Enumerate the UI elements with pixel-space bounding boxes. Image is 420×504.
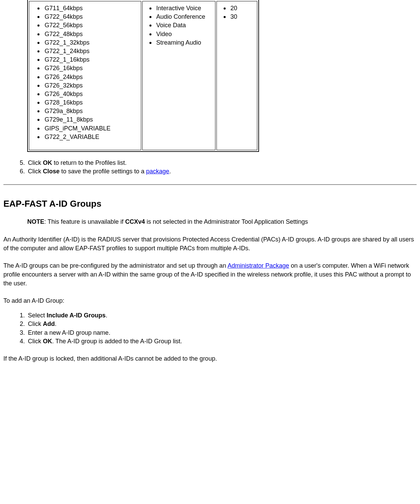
codec-item-8: G726_24kbps [33, 73, 135, 81]
add-step-1: Select Include A-ID Groups. [27, 311, 417, 320]
codec-item-13: G729e_11_8kbps [33, 115, 135, 124]
paragraph-aid-preconfig: The A-ID groups can be pre-configured by… [3, 261, 417, 288]
paragraph-locked: If the A-ID group is locked, then additi… [3, 354, 417, 363]
category-item-3: Video [146, 30, 209, 38]
category-item-1: Audio Conference [146, 13, 209, 21]
add-aid-steps: Select Include A-ID Groups. Click Add. E… [3, 311, 417, 346]
codec-item-14: GIPS_iPCM_VARIABLE [33, 124, 135, 133]
category-item-2: Voice Data [146, 21, 209, 30]
value-item-0: 20 [220, 4, 251, 13]
category-item-0: Interactive Voice [146, 4, 209, 13]
admin-package-link[interactable]: Administrator Package [227, 262, 289, 269]
codec-item-11: G728_16kbps [33, 98, 135, 107]
add-step-2: Click Add. [27, 320, 417, 328]
codec-table: G711_64kbpsG722_64kbpsG722_56kbpsG722_48… [27, 0, 259, 152]
codec-item-3: G722_48kbps [33, 30, 135, 38]
step-6: Click Close to save the profile settings… [27, 167, 417, 176]
codec-item-10: G726_40kbps [33, 90, 135, 98]
note-block: NOTE: This feature is unavailable if CCX… [27, 218, 338, 226]
add-step-3: Enter a new A-ID group name. [27, 329, 417, 337]
codec-item-12: G729a_8kbps [33, 107, 135, 115]
codec-item-15: G722_2_VARIABLE [33, 133, 135, 141]
codec-item-2: G722_56kbps [33, 21, 135, 30]
category-item-4: Streaming Audio [146, 38, 209, 47]
codec-item-6: G722_1_16kbps [33, 56, 135, 64]
paragraph-aid-intro: An Authority Identifier (A-ID) is the RA… [3, 235, 417, 253]
package-link[interactable]: package [146, 168, 169, 175]
paragraph-add-aid: To add an A-ID Group: [3, 296, 417, 305]
codec-column: G711_64kbpsG722_64kbpsG722_56kbpsG722_48… [29, 1, 141, 150]
profile-steps: Click OK to return to the Profiles list.… [3, 159, 417, 176]
section-heading: EAP-FAST A-ID Groups [3, 199, 417, 209]
codec-item-1: G722_64kbps [33, 13, 135, 21]
codec-item-7: G726_16kbps [33, 64, 135, 73]
codec-item-5: G722_1_24kbps [33, 47, 135, 56]
codec-item-0: G711_64kbps [33, 4, 135, 13]
codec-item-4: G722_1_32kbps [33, 38, 135, 47]
codec-item-9: G726_32kbps [33, 81, 135, 90]
section-divider [3, 184, 417, 185]
add-step-4: Click OK. The A-ID group is added to the… [27, 337, 417, 346]
category-column: Interactive VoiceAudio ConferenceVoice D… [142, 1, 215, 150]
value-item-1: 30 [220, 13, 251, 21]
value-column: 2030 [216, 1, 257, 150]
step-5: Click OK to return to the Profiles list. [27, 159, 417, 167]
